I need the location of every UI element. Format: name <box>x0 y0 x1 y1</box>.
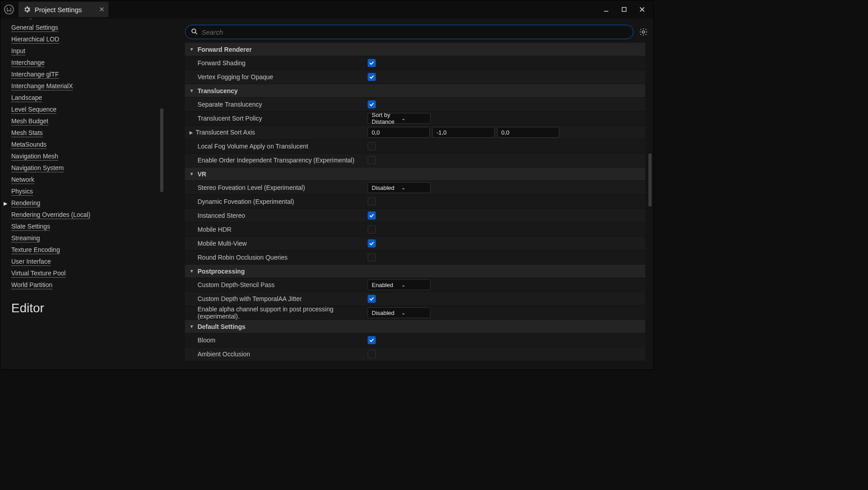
property-label: Round Robin Occlusion Queries <box>185 254 365 261</box>
checkbox[interactable] <box>368 350 376 358</box>
checkbox[interactable] <box>368 211 376 220</box>
window-maximize-button[interactable] <box>619 4 629 14</box>
property-value <box>365 59 634 67</box>
property-row: ▶Translucent Sort Axis <box>185 126 645 139</box>
sidebar-item-label: Mesh Budget <box>11 117 49 126</box>
checkbox[interactable] <box>368 336 376 344</box>
checkbox[interactable] <box>368 100 376 108</box>
settings-gear-button[interactable] <box>638 27 649 37</box>
property-value: Enabled⌄ <box>365 279 634 290</box>
group-header-translucency[interactable]: ▼Translucency <box>185 84 645 98</box>
property-value <box>365 142 634 150</box>
search-input-container[interactable] <box>185 25 634 39</box>
sidebar-item-world-partition[interactable]: World Partition <box>11 280 166 289</box>
sidebar-item-level-sequence[interactable]: Level Sequence <box>11 105 166 114</box>
vector-component-input[interactable] <box>497 127 559 138</box>
checkbox[interactable] <box>368 239 376 247</box>
checkbox[interactable] <box>368 225 376 234</box>
checkbox[interactable] <box>368 73 376 81</box>
vector-component-input[interactable] <box>432 127 495 138</box>
search-input[interactable] <box>198 28 628 36</box>
sidebar-item-landscape[interactable]: Landscape <box>11 93 166 102</box>
property-value <box>365 225 634 234</box>
property-value <box>365 350 634 358</box>
sidebar-item-label: Virtual Texture Pool <box>11 269 66 278</box>
property-label: Custom Depth-Stencil Pass <box>185 281 365 288</box>
checkbox[interactable] <box>368 295 376 303</box>
property-label: Stereo Foveation Level (Experimental) <box>185 184 365 191</box>
sidebar-item-network[interactable]: Network <box>11 175 166 184</box>
sidebar-item-navigation-system[interactable]: Navigation System <box>11 163 166 172</box>
tab-close-button[interactable]: ✕ <box>85 5 105 13</box>
chevron-down-icon: ▼ <box>189 324 194 329</box>
dropdown-value: Disabled <box>372 310 397 316</box>
dropdown[interactable]: Disabled⌄ <box>368 182 431 193</box>
group-title: VR <box>198 171 206 178</box>
property-value: Disabled⌄ <box>365 307 634 318</box>
vector-component-input[interactable] <box>368 127 430 138</box>
property-label: Local Fog Volume Apply on Translucent <box>185 143 365 150</box>
sidebar-item-mesh-budget[interactable]: Mesh Budget <box>11 117 166 126</box>
property-row: Enable Order Independent Transparency (E… <box>185 153 645 167</box>
tab-project-settings[interactable]: Project Settings ✕ <box>18 2 108 17</box>
property-value <box>365 156 634 164</box>
sidebar-item-user-interface[interactable]: User Interface <box>11 257 166 266</box>
property-value <box>365 198 634 206</box>
property-value: Disabled⌄ <box>365 182 634 193</box>
sidebar-item-mesh-stats[interactable]: Mesh Stats <box>11 128 166 137</box>
sidebar-item-label: General Settings <box>11 23 58 32</box>
checkbox[interactable] <box>368 156 376 164</box>
tab-title: Project Settings <box>35 6 82 13</box>
sidebar-item-label: Hierarchical LOD <box>11 35 59 44</box>
sidebar-item-navigation-mesh[interactable]: Navigation Mesh <box>11 152 166 161</box>
sidebar-item-label: Interchange glTF <box>11 70 59 79</box>
property-row: Enable alpha channel support in post pro… <box>185 306 645 320</box>
dropdown[interactable]: Sort by Distance⌄ <box>368 113 431 124</box>
dropdown-value: Enabled <box>372 282 397 288</box>
main-scrollbar[interactable] <box>648 153 652 207</box>
property-label: Enable alpha channel support in post pro… <box>185 306 365 320</box>
property-value <box>365 253 634 261</box>
sidebar-item-label: Input <box>11 46 25 55</box>
dropdown[interactable]: Disabled⌄ <box>368 307 431 318</box>
property-row: Separate Translucency <box>185 98 645 112</box>
chevron-down-icon: ▼ <box>189 88 194 93</box>
property-label: Custom Depth with TemporalAA Jitter <box>185 295 365 302</box>
sidebar-item-metasounds[interactable]: MetaSounds <box>11 140 166 149</box>
group-header-vr[interactable]: ▼VR <box>185 167 645 181</box>
sidebar-item-interchange-materialx[interactable]: Interchange MaterialX <box>11 81 166 90</box>
group-header-postprocessing[interactable]: ▼Postprocessing <box>185 265 645 278</box>
property-row: Mobile Multi-View <box>185 237 645 251</box>
sidebar-item-rendering-overrides-local-[interactable]: Rendering Overrides (Local) <box>11 210 166 219</box>
checkbox[interactable] <box>368 253 376 261</box>
sidebar-item-label: Level Sequence <box>11 105 56 114</box>
expand-arrow-icon[interactable]: ▶ <box>189 130 193 135</box>
dropdown[interactable]: Enabled⌄ <box>368 279 431 290</box>
window-minimize-button[interactable] <box>601 4 611 14</box>
sidebar-item-general-settings[interactable]: General Settings <box>11 23 166 32</box>
group-header-forward-renderer[interactable]: ▼Forward Renderer <box>185 43 645 56</box>
property-row: Round Robin Occlusion Queries <box>185 251 645 265</box>
sidebar-item-hierarchical-lod[interactable]: Hierarchical LOD <box>11 35 166 44</box>
sidebar-item-label: Physics <box>11 187 33 196</box>
sidebar-scrollbar[interactable] <box>160 108 163 192</box>
sidebar-item-interchange[interactable]: Interchange <box>11 58 166 67</box>
sidebar-item-slate-settings[interactable]: Slate Settings <box>11 222 166 231</box>
sidebar-item-interchange-gltf[interactable]: Interchange glTF <box>11 70 166 79</box>
checkbox[interactable] <box>368 198 376 206</box>
sidebar-item-streaming[interactable]: Streaming <box>11 234 166 243</box>
checkbox[interactable] <box>368 142 376 150</box>
sidebar-item-rendering[interactable]: ▶Rendering <box>11 198 166 207</box>
window-close-button[interactable] <box>637 4 647 14</box>
property-value <box>365 73 634 81</box>
sidebar-item-physics[interactable]: Physics <box>11 187 166 196</box>
svg-point-7 <box>642 31 644 33</box>
sidebar-item-input[interactable]: Input <box>11 46 166 55</box>
checkbox[interactable] <box>368 59 376 67</box>
sidebar-clipped-top[interactable]: Garbage Collection <box>11 18 65 20</box>
sidebar-item-texture-encoding[interactable]: Texture Encoding <box>11 245 166 254</box>
property-value <box>365 336 634 344</box>
group-header-default-settings[interactable]: ▼Default Settings <box>185 320 645 333</box>
sidebar-item-virtual-texture-pool[interactable]: Virtual Texture Pool <box>11 269 166 278</box>
sidebar-section-heading: Editor <box>11 301 166 315</box>
